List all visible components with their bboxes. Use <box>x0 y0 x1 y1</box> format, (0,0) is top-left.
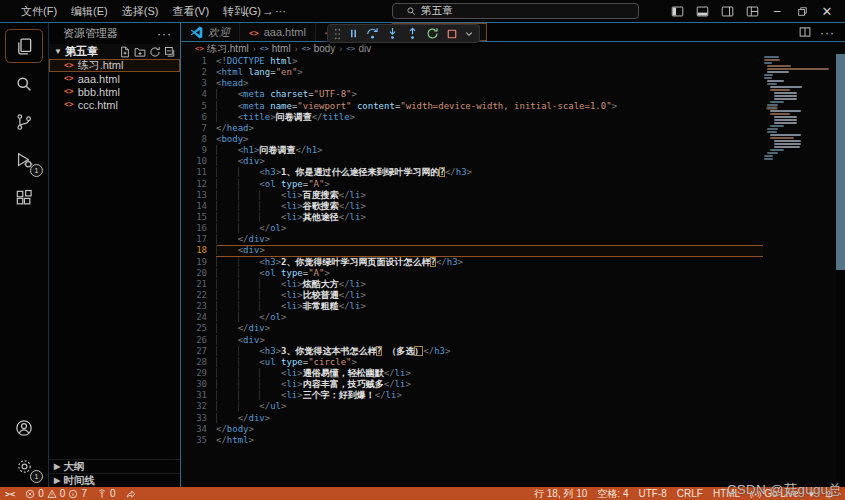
more-actions-icon[interactable]: ··· <box>820 23 835 41</box>
code-line[interactable]: 16 </ol> <box>181 223 763 234</box>
line-number[interactable]: 21 <box>181 279 216 290</box>
menu-item-1[interactable]: 编辑(E) <box>64 1 115 21</box>
line-number[interactable]: 33 <box>181 413 216 424</box>
step-out-button-icon[interactable] <box>406 27 419 40</box>
line-number[interactable]: 10 <box>181 156 216 167</box>
code-line[interactable]: 2<html lang="en"> <box>181 67 763 78</box>
line-number[interactable]: 35 <box>181 435 216 446</box>
line-number[interactable]: 20 <box>181 268 216 279</box>
line-number[interactable]: 26 <box>181 335 216 346</box>
problems[interactable]: 007 <box>20 487 92 500</box>
code-line[interactable]: 24 </ol> <box>181 312 763 323</box>
line-number[interactable]: 24 <box>181 312 216 323</box>
file-item[interactable]: <>bbb.html <box>49 85 180 98</box>
line-number[interactable]: 12 <box>181 179 216 190</box>
minimize-button[interactable]: – <box>768 2 786 20</box>
eol[interactable]: CRLF <box>672 487 708 500</box>
code-line[interactable]: 10 <div> <box>181 156 763 167</box>
line-number[interactable]: 11 <box>181 167 216 178</box>
code-line[interactable]: 13 <li>百度搜索</li> <box>181 190 763 201</box>
step-into-button-icon[interactable] <box>386 27 399 40</box>
line-number[interactable]: 1 <box>181 56 216 67</box>
code-line[interactable]: 32 </ul> <box>181 401 763 412</box>
breadcrumb-item[interactable]: <>div <box>346 43 371 54</box>
refresh-explorer-icon[interactable] <box>149 46 161 58</box>
code-line[interactable]: 7</head> <box>181 123 763 134</box>
menu-item-0[interactable]: 文件(F) <box>14 1 64 21</box>
line-number[interactable]: 25 <box>181 323 216 334</box>
cursor-position[interactable]: 行 18, 列 10 <box>529 487 592 500</box>
line-number[interactable]: 22 <box>181 290 216 301</box>
folder-header[interactable]: ▼ 第五章 <box>49 44 180 59</box>
code-line[interactable]: 34</body> <box>181 424 763 435</box>
code-editor[interactable]: 1<!DOCTYPE html>2<html lang="en">3<head>… <box>181 54 763 487</box>
code-line[interactable]: 18 <div> <box>181 245 763 256</box>
code-line[interactable]: 14 <li>谷歌搜索</li> <box>181 201 763 212</box>
activitybar-settings[interactable]: 1 <box>7 451 41 481</box>
split-editor-icon[interactable] <box>799 26 811 38</box>
nav-back-icon[interactable]: ← <box>240 4 252 18</box>
line-number[interactable]: 29 <box>181 368 216 379</box>
file-item[interactable]: <>ccc.html <box>49 98 180 111</box>
encoding[interactable]: UTF-8 <box>633 487 671 500</box>
line-number[interactable]: 28 <box>181 357 216 368</box>
ports[interactable]: 0 <box>92 487 121 500</box>
code-line[interactable]: 25 </div> <box>181 323 763 334</box>
command-center-search[interactable]: 第五章 <box>392 3 639 19</box>
close-button[interactable]: ✕ <box>818 2 836 20</box>
toggle-secondary-sidebar-icon[interactable] <box>718 2 736 20</box>
line-number[interactable]: 18 <box>181 245 216 256</box>
minimap[interactable] <box>764 56 836 487</box>
code-line[interactable]: 11 <h3>1、你是通过什么途径来到绿叶学习网的?</h3> <box>181 167 763 178</box>
line-number[interactable]: 13 <box>181 190 216 201</box>
explorer-more-actions-icon[interactable]: ··· <box>157 27 172 41</box>
code-line[interactable]: 26 <div> <box>181 335 763 346</box>
new-folder-icon[interactable] <box>134 46 146 58</box>
new-file-icon[interactable] <box>119 46 131 58</box>
code-line[interactable]: 23 <li>非常粗糙</li> <box>181 301 763 312</box>
menu-item-2[interactable]: 选择(S) <box>115 1 166 21</box>
pause-button-icon[interactable] <box>348 28 359 39</box>
step-over-button-icon[interactable] <box>366 27 379 40</box>
code-line[interactable]: 15 <li>其他途径</li> <box>181 212 763 223</box>
code-line[interactable]: 8<body> <box>181 134 763 145</box>
code-line[interactable]: 22 <li>比较普通</li> <box>181 290 763 301</box>
activitybar-explorer[interactable] <box>7 31 41 61</box>
code-line[interactable]: 29 <li>通俗易懂，轻松幽默</li> <box>181 368 763 379</box>
code-line[interactable]: 3<head> <box>181 78 763 89</box>
timeline-section[interactable]: ▶ 时间线 <box>49 473 180 487</box>
nav-forward-icon[interactable]: → <box>262 4 274 18</box>
line-number[interactable]: 5 <box>181 101 216 112</box>
line-number[interactable]: 17 <box>181 234 216 245</box>
code-line[interactable]: 6 <title>问卷调查</title> <box>181 112 763 123</box>
line-number[interactable]: 15 <box>181 212 216 223</box>
line-number[interactable]: 7 <box>181 123 216 134</box>
activitybar-run-debug[interactable]: 1 <box>7 145 41 175</box>
tab-欢迎[interactable]: 欢迎 <box>181 23 240 41</box>
stop-dropdown-icon[interactable] <box>465 30 473 38</box>
line-number[interactable]: 3 <box>181 78 216 89</box>
code-line[interactable]: 5 <meta name="viewport" content="width=d… <box>181 101 763 112</box>
line-number[interactable]: 8 <box>181 134 216 145</box>
code-line[interactable]: 17 </div> <box>181 234 763 245</box>
outline-section[interactable]: ▶ 大纲 <box>49 459 180 473</box>
activitybar-source-control[interactable] <box>7 107 41 137</box>
line-number[interactable]: 6 <box>181 112 216 123</box>
file-item[interactable]: <>练习.html <box>49 59 180 72</box>
code-line[interactable]: 31 <li>三个字：好到爆！</li> <box>181 390 763 401</box>
code-line[interactable]: 27 <h3>3、你觉得这本书怎么样? （多选）</h3> <box>181 346 763 357</box>
file-item[interactable]: <>aaa.html <box>49 72 180 85</box>
line-number[interactable]: 30 <box>181 379 216 390</box>
toggle-panel-icon[interactable] <box>693 2 711 20</box>
code-line[interactable]: 35</html> <box>181 435 763 446</box>
line-number[interactable]: 2 <box>181 67 216 78</box>
code-line[interactable]: 28 <ul type="circle"> <box>181 357 763 368</box>
line-number[interactable]: 19 <box>181 257 216 268</box>
code-line[interactable]: 21 <li>炫酷大方</li> <box>181 279 763 290</box>
code-line[interactable]: 20 <ol type="A"> <box>181 268 763 279</box>
stop-button-icon[interactable] <box>446 28 458 40</box>
breadcrumb-item[interactable]: <>html <box>260 43 291 54</box>
line-number[interactable]: 34 <box>181 424 216 435</box>
line-number[interactable]: 23 <box>181 301 216 312</box>
activitybar-account[interactable] <box>7 413 41 443</box>
